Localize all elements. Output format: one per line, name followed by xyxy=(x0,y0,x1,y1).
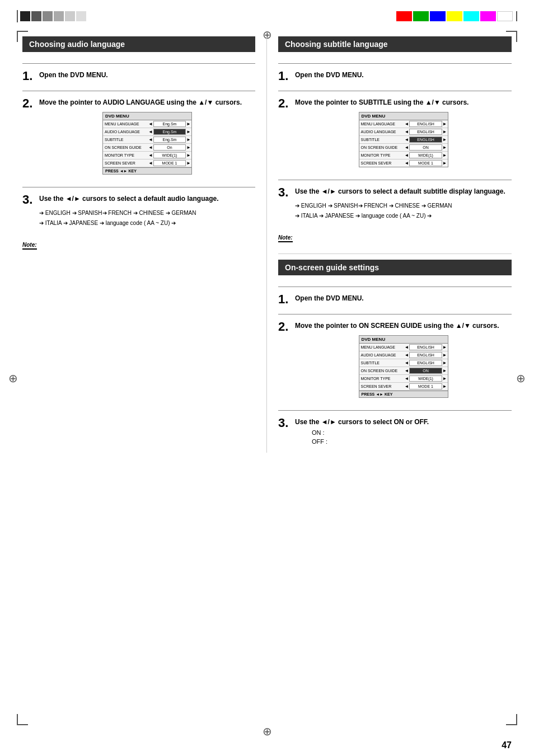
lang-chain-audio: ➔ ENGLIGH ➔ SPANISH➔ FRENCH ➔ CHINESE ➔ … xyxy=(39,208,255,228)
step2-text-audio: Move the pointer to AUDIO LANGUAGE using… xyxy=(39,98,255,107)
step3-audio: 3. Use the ◄/► cursors to select a defau… xyxy=(22,193,255,228)
step2-text-osg: Move the pointer to ON SCREEN GUIDE usin… xyxy=(295,321,512,331)
dvd-menu-osg-title: DVD MENU xyxy=(359,336,448,344)
dvd3-row-subtitle: SUBTITLE ◄ ENGLISH ► xyxy=(359,359,448,367)
dvd2-row-monitor: MONITOR TYPE ◄ WIDE(1) ► xyxy=(359,152,448,159)
step2-audio: 2. Move the pointer to AUDIO LANGUAGE us… xyxy=(22,97,255,179)
crosshair-bottom-icon: ⊕ xyxy=(263,725,272,738)
note-subtitle: Note: xyxy=(278,234,293,242)
dvd-row-osg: ON SCREEN GUIDE ◄ On ► xyxy=(103,144,191,152)
dvd-menu-subtitle-title: DVD MENU xyxy=(359,112,448,120)
dvd-row-subtitle: SUBTITLE ◄ Eng.Sm ► xyxy=(103,136,191,144)
step2-osg: 2. Move the pointer to ON SCREEN GUIDE u… xyxy=(278,320,512,402)
step3-subtitle: 3. Use the ◄/► cursors to select a defau… xyxy=(278,186,512,221)
color-bar-right xyxy=(396,11,517,21)
dvd2-row-subtitle: SUBTITLE ◄ ENGLISH ► xyxy=(359,136,448,144)
step2-subtitle: 2. Move the pointer to SUBTITLE using th… xyxy=(278,97,512,172)
dvd3-row-osg: ON SCREEN GUIDE ◄ ON ► xyxy=(359,367,448,375)
on-screen-header: On-screen guide settings xyxy=(278,260,512,275)
off-label: OFF : xyxy=(295,438,512,445)
dvd-menu-osg: DVD MENU MENU LANGUAGE ◄ ENGLISH ► AUDIO… xyxy=(359,335,448,398)
step3-num-osg: 3. xyxy=(278,416,295,430)
step3-osg: 3. Use the ◄/► cursors to select ON or O… xyxy=(278,416,512,445)
step2-num-subtitle: 2. xyxy=(278,97,295,110)
dvd3-row-screen-sever: SCREEN SEVER ◄ MODE 1 ► xyxy=(359,383,448,391)
on-screen-section: On-screen guide settings 1. Open the DVD… xyxy=(278,253,512,445)
col-left: Choosing audio language 1. Open the DVD … xyxy=(22,36,267,453)
main-content: Choosing audio language 1. Open the DVD … xyxy=(22,36,512,720)
note-audio: Note: xyxy=(22,242,37,250)
dvd2-row-osg: ON SCREEN GUIDE ◄ ON ► xyxy=(359,144,448,152)
subtitle-language-header: Choosing subtitle language xyxy=(278,36,512,52)
dvd3-row-monitor: MONITOR TYPE ◄ WIDE(1) ► xyxy=(359,375,448,383)
step2-num-osg: 2. xyxy=(278,320,295,334)
step1-text-osg: Open the DVD MENU. xyxy=(295,294,512,303)
top-bar: ⊕ xyxy=(0,10,534,22)
black-bar-left xyxy=(17,10,86,22)
step1-num-osg: 1. xyxy=(278,293,295,306)
step3-num-audio: 3. xyxy=(22,193,39,206)
audio-language-header: Choosing audio language xyxy=(22,36,255,52)
step3-text-osg: Use the ◄/► cursors to select ON or OFF. xyxy=(295,417,512,427)
dvd-menu-osg-footer: PRESS ◄► KEY xyxy=(359,391,448,397)
step1-num-audio: 1. xyxy=(22,69,39,83)
lang-chain-subtitle: ➔ ENGLIGH ➔ SPANISH➔ FRENCH ➔ CHINESE ➔ … xyxy=(295,201,512,221)
dvd-row-screen-sever: SCREEN SEVER ◄ MODE 1 ► xyxy=(103,159,191,167)
crosshair-left-icon: ⊕ xyxy=(8,372,18,385)
dvd-row-menu-lang: MENU LANGUAGE ◄ Eng.Sm ► xyxy=(103,120,191,128)
step1-text-audio: Open the DVD MENU. xyxy=(39,71,255,80)
step3-num-subtitle: 3. xyxy=(278,186,295,199)
dvd-row-monitor: MONITOR TYPE ◄ WIDE(1) ► xyxy=(103,152,191,159)
step3-text-audio: Use the ◄/► cursors to select a default … xyxy=(39,194,255,204)
crosshair-right-icon: ⊕ xyxy=(516,372,526,385)
dvd-menu-audio-title: DVD MENU xyxy=(103,112,191,120)
dvd3-row-menu-lang: MENU LANGUAGE ◄ ENGLISH ► xyxy=(359,344,448,351)
page-number: 47 xyxy=(502,740,512,750)
step1-audio: 1. Open the DVD MENU. xyxy=(22,69,255,83)
dvd3-row-audio-lang: AUDIO LANGUAGE ◄ ENGLISH ► xyxy=(359,351,448,359)
step1-subtitle: 1. Open the DVD MENU. xyxy=(278,69,512,83)
step3-text-subtitle: Use the ◄/► cursors to select a default … xyxy=(295,187,512,196)
dvd2-row-audio-lang: AUDIO LANGUAGE ◄ ENGLISH ► xyxy=(359,128,448,136)
dvd-row-audio-lang: AUDIO LANGUAGE ◄ Eng.Sm ► xyxy=(103,128,191,136)
step1-num-subtitle: 1. xyxy=(278,69,295,83)
dvd2-row-screen-sever: SCREEN SEVER ◄ MODE 1 ► xyxy=(359,159,448,167)
gradient-bar xyxy=(20,11,86,21)
step1-osg: 1. Open the DVD MENU. xyxy=(278,293,512,306)
dvd-menu-audio-footer: PRESS ◄► KEY xyxy=(103,167,191,174)
col-right: Choosing subtitle language 1. Open the D… xyxy=(267,36,512,453)
step2-num-audio: 2. xyxy=(22,97,39,110)
step1-text-subtitle: Open the DVD MENU. xyxy=(295,71,512,80)
dvd-menu-audio: DVD MENU MENU LANGUAGE ◄ Eng.Sm ► AUDIO … xyxy=(102,112,192,175)
dvd-menu-subtitle: DVD MENU MENU LANGUAGE ◄ ENGLISH ► AUDIO… xyxy=(359,112,448,167)
on-label: ON : xyxy=(295,429,512,436)
step2-text-subtitle: Move the pointer to SUBTITLE using the ▲… xyxy=(295,98,512,107)
dvd2-row-menu-lang: MENU LANGUAGE ◄ ENGLISH ► xyxy=(359,120,448,128)
